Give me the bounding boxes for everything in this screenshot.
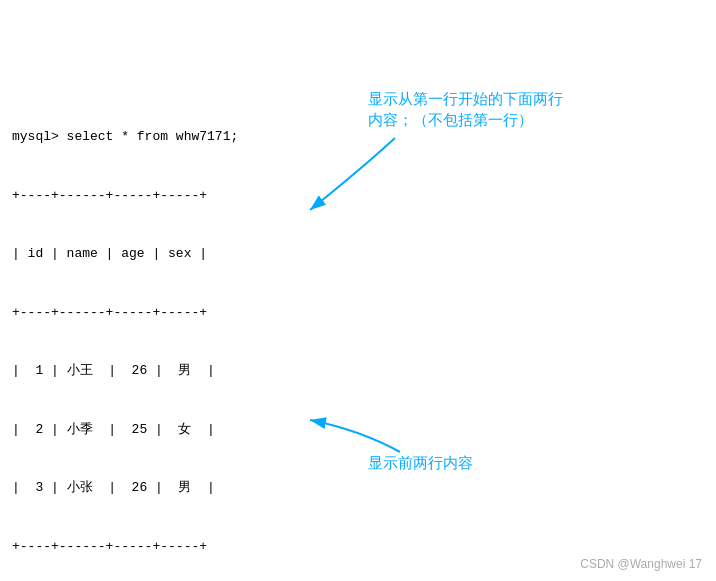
- annotation-2: 显示前两行内容: [368, 452, 473, 473]
- table-row-1-1: | 1 | 小王 | 26 | 男 |: [12, 361, 704, 381]
- table-sep-1a: +----+------+-----+-----+: [12, 186, 704, 206]
- table-sep-1c: +----+------+-----+-----+: [12, 537, 704, 557]
- annotation-1: 显示从第一行开始的下面两行内容；（不包括第一行）: [368, 88, 563, 130]
- table-row-1-3: | 3 | 小张 | 26 | 男 |: [12, 478, 704, 498]
- terminal: mysql> select * from whw7171; +----+----…: [0, 0, 716, 581]
- table-row-1-2: | 2 | 小季 | 25 | 女 |: [12, 420, 704, 440]
- prompt-1: mysql>: [12, 127, 67, 147]
- cmd-text-1: select * from whw7171;: [67, 127, 239, 147]
- table-sep-1b: +----+------+-----+-----+: [12, 303, 704, 323]
- watermark: CSDN @Wanghwei 17: [580, 557, 702, 571]
- table-header-1: | id | name | age | sex |: [12, 244, 704, 264]
- section-1: mysql> select * from whw7171; +----+----…: [12, 88, 704, 581]
- cmd-line-1: mysql> select * from whw7171;: [12, 127, 704, 147]
